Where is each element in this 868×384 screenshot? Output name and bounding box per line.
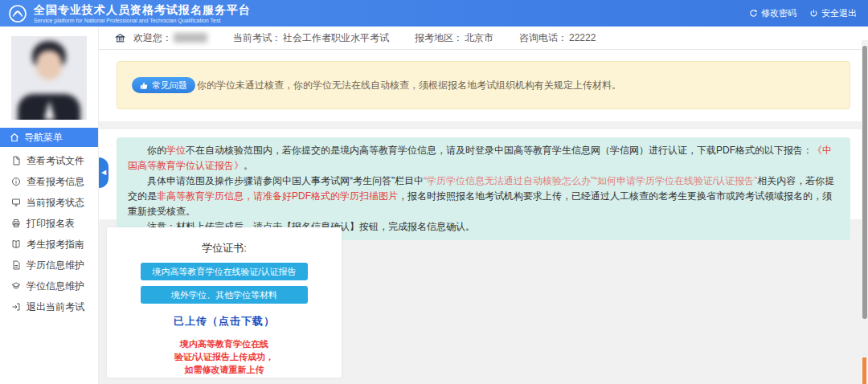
sidebar-item-registration-status[interactable]: 当前报考状态	[0, 192, 98, 213]
notice-paragraph-1: 你的学位不在自动核验范围内，若你提交的是境内高等教育学位信息，请及时登录中国高等…	[128, 143, 839, 174]
change-password-link[interactable]: 修改密码	[749, 7, 796, 19]
sidebar-item-print-form[interactable]: 打印报名表	[0, 213, 98, 234]
candidate-photo	[11, 36, 87, 120]
welcome-group: 欢迎您：	[133, 31, 207, 45]
faq-button[interactable]: 常见问题	[132, 77, 195, 93]
user-info-bar: 欢迎您： 当前考试： 社会工作者职业水平考试 报考地区： 北京市 咨询电话： 2…	[99, 27, 868, 50]
refresh-icon	[749, 9, 758, 18]
document-icon	[11, 156, 21, 165]
notice-paragraph-2: 具体申请范围及操作步骤请参阅中国人事考试网“考生问答”栏目中“学历学位信息无法通…	[128, 174, 839, 219]
printer-icon	[11, 219, 21, 228]
card-title: 学位证书:	[107, 241, 342, 255]
sidebar-menu: 查看考试文件 查看报考信息 当前报考状态 打印报名表 考生报考指南 学历信息维护	[0, 150, 98, 317]
file-lines-icon	[11, 260, 21, 270]
safe-logout-link[interactable]: 安全退出	[809, 7, 857, 19]
degree-warning-banner: 常见问题 你的学位未通过核查，你的学位无法在线自动核查，须根据报名地考试组织机构…	[117, 61, 850, 109]
domestic-degree-upload-button[interactable]: 境内高等教育学位在线验证/认证报告	[141, 263, 308, 280]
sidebar-item-exit-exam[interactable]: 退出当前考试	[0, 296, 98, 317]
faq-link-apply-report[interactable]: “如何申请学历学位在线验证/认证报告”	[594, 175, 757, 186]
monitor-icon	[11, 198, 21, 207]
faq-link-auto-verify[interactable]: “学历学位信息无法通过自动核验怎么办”	[424, 175, 594, 186]
platform-logo-icon	[8, 4, 27, 23]
sidebar-item-registration-info[interactable]: 查看报考信息	[0, 171, 98, 192]
hotline: 咨询电话： 22222	[519, 31, 596, 45]
upload-status-message: 境内高等教育学位在线 验证/认证报告上传成功， 如需修改请重新上传	[107, 337, 342, 376]
info-icon	[11, 177, 21, 186]
scrollbar-thumb[interactable]	[862, 46, 867, 319]
page-title: 全国专业技术人员资格考试报名服务平台	[34, 4, 251, 15]
home-icon	[10, 133, 19, 142]
sidebar-collapse-handle[interactable]: ◀	[99, 157, 108, 188]
power-icon	[809, 9, 818, 18]
sidebar-item-candidate-guide[interactable]: 考生报考指南	[0, 234, 98, 255]
sidebar-item-exam-files[interactable]: 查看考试文件	[0, 150, 98, 171]
warning-message: 你的学位未通过核查，你的学位无法在线自动核查，须根据报名地考试组织机构有关规定上…	[197, 79, 621, 92]
pointer-hand-icon	[140, 81, 149, 90]
sidebar-item-degree-info[interactable]: 学位信息维护	[0, 276, 98, 296]
institution-icon	[115, 33, 125, 43]
nav-menu-header: 导航菜单	[0, 128, 98, 147]
candidate-name-redacted	[174, 33, 207, 43]
sidebar: 导航菜单 查看考试文件 查看报考信息 当前报考状态 打印报名表 考生报考指南	[0, 27, 99, 384]
uploaded-download-link[interactable]: 已上传（点击下载）	[107, 314, 342, 329]
sidebar-item-education-info[interactable]: 学历信息维护	[0, 255, 98, 276]
exam-region: 报考地区： 北京市	[415, 31, 493, 45]
side-widget-orange-bar	[862, 357, 866, 384]
exam-registration-platform: 全国专业技术人员资格考试报名服务平台 Service platform for …	[0, 0, 868, 384]
overseas-degree-upload-button[interactable]: 境外学位、其他学位等材料	[141, 286, 308, 304]
app-header: 全国专业技术人员资格考试报名服务平台 Service platform for …	[0, 0, 868, 27]
graduation-cap-icon	[11, 281, 21, 291]
degree-notice-box: 你的学位不在自动核验范围内，若你提交的是境内高等教育学位信息，请及时登录中国高等…	[117, 137, 850, 240]
page-subtitle: Service platform for National Profession…	[34, 18, 251, 23]
exit-icon	[11, 302, 21, 312]
book-icon	[11, 239, 21, 249]
current-exam: 当前考试： 社会工作者职业水平考试	[233, 31, 389, 45]
degree-certificate-card: 学位证书: 境内高等教育学位在线验证/认证报告 境外学位、其他学位等材料 已上传…	[107, 227, 342, 378]
